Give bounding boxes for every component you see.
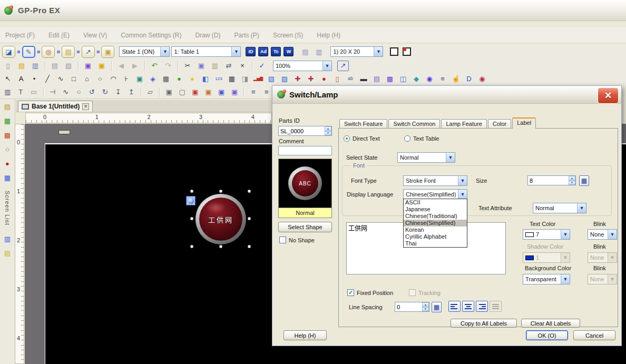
simulation-launcher-icon[interactable]: ▤	[62, 46, 75, 58]
background-color-dropdown[interactable]: Transparent ▼	[523, 274, 570, 284]
language-option-chinese-simplified-[interactable]: Chinese(Simplified)	[404, 220, 467, 227]
save-project-icon[interactable]: ▥	[30, 61, 41, 71]
toolbar-overflow-chevron[interactable]: »	[96, 48, 100, 55]
tab-switch-common[interactable]: Switch Common	[388, 119, 440, 129]
grid-blue-icon[interactable]: ▦	[2, 172, 13, 183]
menu-item-1[interactable]: Edit (E)	[48, 32, 70, 39]
toggle-id-icon[interactable]: ID	[246, 47, 256, 56]
menu-item-2[interactable]: View (V)	[83, 32, 107, 39]
selection-handle-3[interactable]	[190, 217, 194, 221]
parts-id-field[interactable]: ▲▼	[278, 126, 332, 136]
security-parts-icon[interactable]: ◆	[410, 74, 422, 84]
ladder-monitor-icon[interactable]: ▥	[2, 233, 13, 244]
parts-id-input[interactable]	[279, 126, 325, 135]
align-bottom-icon[interactable]: ↧	[113, 87, 124, 97]
menu-item-4[interactable]: Draw (D)	[195, 32, 221, 39]
projector-view-icon[interactable]: ▤	[2, 101, 13, 112]
print-icon[interactable]: ▤	[49, 61, 61, 71]
redo-icon[interactable]: ↷	[162, 61, 174, 71]
size-spinner[interactable]: ▲▼	[569, 176, 575, 185]
align-left-button[interactable]	[448, 301, 461, 312]
remote-monitor-icon[interactable]: ◫	[397, 74, 409, 84]
selection-handle-0[interactable]	[190, 190, 194, 193]
text-table-radio[interactable]	[404, 135, 410, 142]
rotate-parts-icon[interactable]: ✚	[305, 74, 317, 84]
comment-list-icon[interactable]: ▤	[2, 248, 13, 258]
line-spacing-spinner[interactable]: ▲▼	[422, 302, 429, 311]
window-parts-icon[interactable]: ▬	[358, 74, 369, 84]
keypad-parts-icon[interactable]: ▦	[226, 74, 238, 84]
align-right-edge-icon[interactable]: ≡	[261, 87, 272, 97]
language-option-ascii[interactable]: ASCII	[404, 199, 467, 206]
fixed-position-row[interactable]: ✓ Fixed Position	[347, 289, 393, 296]
contact-a-icon[interactable]: ⊣	[47, 87, 58, 97]
close-icon[interactable]: ✕	[598, 87, 619, 104]
size-field[interactable]: ▲▼	[527, 175, 576, 185]
menu-item-0[interactable]: Project (F)	[5, 32, 35, 39]
toolbar-overflow-chevron[interactable]: »	[17, 48, 21, 55]
contact-b-icon[interactable]: ∿	[60, 87, 71, 97]
zoom-view-icon[interactable]: ○	[2, 144, 13, 154]
select-tool-icon[interactable]: ↖	[2, 74, 14, 84]
language-option-thai[interactable]: Thai	[404, 240, 467, 247]
label-icon[interactable]: ▭	[28, 87, 40, 97]
zoom-dropdown[interactable]: 100% ▼	[273, 61, 332, 71]
selection-handle-5[interactable]	[190, 245, 194, 249]
display-language-dropdown[interactable]: Chinese(Simplified) ▼	[403, 189, 467, 200]
bar-graph-icon[interactable]: ▂▅▇	[252, 74, 264, 84]
grid-frame-icon[interactable]	[390, 47, 398, 56]
box-3d-icon[interactable]: ▱	[145, 87, 156, 97]
dot-tool-icon[interactable]: •	[28, 74, 40, 84]
align-center-button[interactable]	[462, 301, 474, 312]
rectangle-tool-icon[interactable]: □	[68, 74, 80, 84]
blink-dropdown-1[interactable]: None ▼	[588, 229, 617, 240]
select-state-dropdown[interactable]: Normal ▼	[397, 152, 455, 163]
menu-item-7[interactable]: Help (H)	[317, 32, 340, 39]
alarm-view-icon[interactable]: ●	[2, 158, 13, 169]
edit-launcher-icon[interactable]: ✎	[22, 46, 35, 58]
screen-list-tab[interactable]: Screen List	[4, 191, 11, 225]
send-backward-icon[interactable]: ▣	[229, 87, 240, 97]
polyline-tool-icon[interactable]: ∿	[55, 74, 66, 84]
selection-handle-4[interactable]	[248, 217, 251, 221]
transfer-launcher-icon[interactable]: ↗	[82, 46, 95, 58]
language-option-cyrillic-alphabet[interactable]: Cyrillic Alphabet	[404, 233, 467, 240]
preview-launcher-icon[interactable]: ◎	[42, 46, 55, 58]
state-dropdown[interactable]: State 1 (ON) ▼	[119, 46, 170, 57]
window-display-icon[interactable]: ◧	[200, 74, 211, 84]
spin-down-icon[interactable]: ▼	[325, 131, 331, 136]
text-t-icon[interactable]: T	[15, 87, 26, 97]
table-parts-icon[interactable]: ▦	[160, 74, 172, 84]
no-shape-checkbox[interactable]	[279, 237, 286, 243]
fixed-position-checkbox[interactable]: ✓	[347, 289, 354, 296]
toolbar-overflow-chevron[interactable]: »	[56, 48, 60, 55]
movie-parts-icon[interactable]: ▤	[371, 74, 383, 84]
toggle-address-icon[interactable]: Ad	[258, 47, 268, 56]
invert-pattern-icon[interactable]: ◈	[147, 74, 159, 84]
sketch-parts-icon[interactable]: ◨	[239, 74, 251, 84]
text-table-radio-row[interactable]: Text Table	[404, 135, 439, 142]
selection-handle-2[interactable]	[248, 190, 251, 193]
size-keypad-icon[interactable]: ▦	[579, 175, 589, 186]
bring-to-front-icon[interactable]: ▣	[190, 87, 201, 97]
text-attribute-dropdown[interactable]: Normal ▼	[533, 203, 586, 213]
copy-to-all-labels-button[interactable]: Copy to All Labels	[451, 319, 517, 328]
monitor-launcher-icon[interactable]: ▣	[101, 46, 114, 58]
part-size-dropdown[interactable]: 1) 20 X 20 ▼	[330, 46, 383, 57]
coil-icon[interactable]: ○	[73, 87, 84, 97]
circle-tool-icon[interactable]: ○	[94, 74, 106, 84]
selection-handle-1[interactable]	[219, 190, 223, 193]
spin-up-icon[interactable]: ▲	[422, 302, 429, 307]
menu-item-5[interactable]: Parts (P)	[234, 32, 259, 39]
direct-text-radio[interactable]	[344, 135, 350, 142]
image-placement-icon[interactable]: ▣	[134, 74, 145, 84]
tab-switch-feature[interactable]: Switch Feature	[339, 119, 387, 129]
line-spacing-keypad-icon[interactable]: ▦	[432, 302, 442, 312]
rotate-right-icon[interactable]: ↻	[100, 87, 111, 97]
help-button[interactable]: Help (H)	[283, 330, 327, 340]
parts-id-spinner[interactable]: ▲▼	[325, 126, 331, 135]
move-parts-icon[interactable]: ✚	[292, 74, 304, 84]
line-spacing-field[interactable]: ▲▼	[395, 302, 429, 312]
document-tab-base1[interactable]: Base 1(Untitled) ✕	[18, 101, 93, 112]
language-option-chinese-traditional-[interactable]: Chinese(Traditional)	[404, 213, 467, 220]
